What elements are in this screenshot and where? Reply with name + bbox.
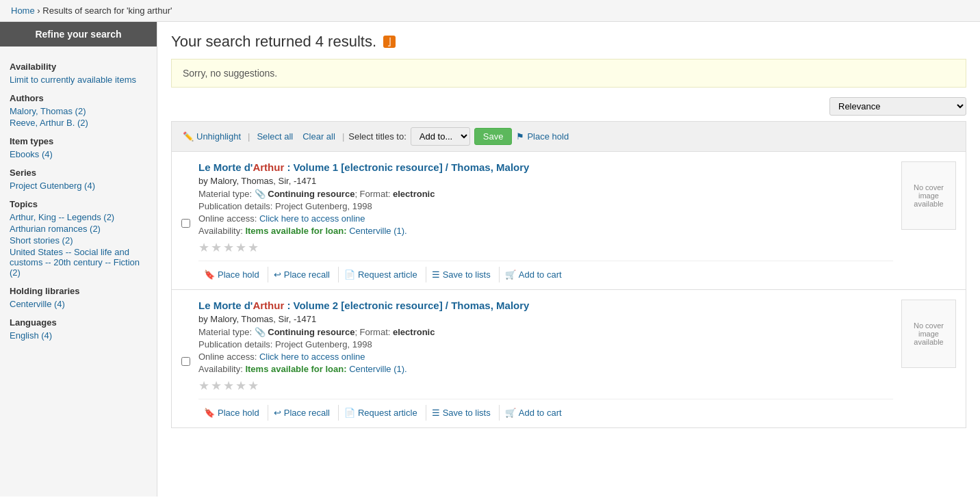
breadcrumb-home-link[interactable]: Home [11, 5, 35, 16]
select-all-button[interactable]: Select all [254, 130, 296, 143]
result-availability-1: Availability: Items available for loan: … [198, 226, 893, 236]
page-title: Your search returned 4 results. [171, 33, 376, 51]
result-online-access-2: Online access: Click here to access onli… [198, 352, 893, 362]
sidebar-link-project-gutenberg[interactable]: Project Gutenberg (4) [10, 181, 147, 191]
result-checkbox-2[interactable] [181, 302, 190, 421]
result-stars-1: ★ ★ ★ ★ ★ [198, 240, 893, 255]
add-to-select[interactable]: Add to... [411, 127, 470, 146]
sidebar-section-label: Item types [10, 136, 147, 146]
sidebar-link-arthurian-romances[interactable]: Arthurian romances (2) [10, 224, 147, 234]
sidebar-link-centerville[interactable]: Centerville (4) [10, 299, 147, 309]
sidebar-section-holding-libraries: Holding libraries Centerville (4) [10, 286, 147, 309]
sidebar-link-short-stories[interactable]: Short stories (2) [10, 235, 147, 246]
add-to-cart-btn-2[interactable]: 🛒 Add to cart [500, 405, 570, 421]
sidebar-section-item-types: Item types Ebooks (4) [10, 136, 147, 159]
online-access-link-2[interactable]: Click here to access online [259, 352, 365, 362]
request-article-btn-1[interactable]: 📄 Request article [339, 267, 426, 282]
result-material-type-1: Material type: 📎 Continuing resource; Fo… [198, 189, 893, 199]
request-article-btn-2[interactable]: 📄 Request article [339, 405, 426, 421]
bookmark-icon: 🔖 [204, 269, 215, 280]
result-actions-1: 🔖 Place hold ↩ Place recall 📄 Request ar… [198, 261, 893, 282]
place-recall-btn-1[interactable]: ↩ Place recall [268, 267, 339, 282]
sidebar-body: Availability Limit to currently availabl… [0, 47, 157, 349]
star-1-1[interactable]: ★ [198, 240, 209, 255]
star-1-4[interactable]: ★ [235, 240, 246, 255]
flag-icon: ⚑ [516, 131, 524, 142]
breadcrumb-separator: › [37, 5, 40, 16]
result-author-2: by Malory, Thomas, Sir, -1471 [198, 314, 893, 324]
place-recall-btn-2[interactable]: ↩ Place recall [268, 405, 339, 421]
sidebar: Refine your search Availability Limit to… [0, 22, 157, 497]
sidebar-section-label: Authors [10, 93, 147, 103]
sidebar-link-ebooks[interactable]: Ebooks (4) [10, 149, 147, 159]
pencil-icon: ✏️ [183, 131, 194, 142]
unhighlight-button[interactable]: ✏️ Unhighlight [180, 130, 244, 143]
star-1-2[interactable]: ★ [211, 240, 222, 255]
result-title-2[interactable]: Le Morte d'Arthur : Volume 2 [electronic… [198, 300, 893, 311]
star-2-1[interactable]: ★ [198, 378, 209, 393]
result-publication-1: Publication details: Project Gutenberg, … [198, 201, 893, 211]
cover-placeholder-1: No cover image available [901, 161, 956, 230]
sorry-message: Sorry, no suggestions. [171, 59, 966, 88]
sidebar-section-label: Availability [10, 62, 147, 72]
result-availability-2: Availability: Items available for loan: … [198, 364, 893, 374]
breadcrumb: Home › Results of search for 'king arthu… [0, 0, 980, 22]
save-to-lists-btn-2[interactable]: ☰ Save to lists [426, 405, 500, 421]
toolbar-place-hold-button[interactable]: ⚑ Place hold [516, 131, 569, 142]
star-2-3[interactable]: ★ [223, 378, 234, 393]
save-button[interactable]: Save [474, 128, 513, 145]
sidebar-section-label: Topics [10, 199, 147, 209]
result-title-1[interactable]: Le Morte d'Arthur : Volume 1 [electronic… [198, 161, 893, 173]
cover-placeholder-2: No cover image available [901, 300, 956, 368]
article-icon: 📄 [344, 408, 355, 418]
result-online-access-1: Online access: Click here to access onli… [198, 213, 893, 224]
result-body-2: Le Morte d'Arthur : Volume 2 [electronic… [198, 300, 893, 421]
sidebar-title: Refine your search [0, 22, 157, 47]
star-1-3[interactable]: ★ [223, 240, 234, 255]
availability-location-link-1[interactable]: Centerville (1). [349, 226, 407, 236]
sort-bar: Relevance Title Author Date [171, 97, 966, 116]
result-body-1: Le Morte d'Arthur : Volume 1 [electronic… [198, 161, 893, 282]
select-titles-label: Select titles to: [348, 131, 407, 142]
content-area: Your search returned 4 results. ⎦ Sorry,… [157, 22, 980, 497]
clear-all-button[interactable]: Clear all [300, 130, 338, 143]
title-highlight-2: Arthur [253, 300, 284, 311]
list-icon: ☰ [432, 269, 440, 280]
sidebar-link-english[interactable]: English (4) [10, 330, 147, 341]
sidebar-link-arthur-king[interactable]: Arthur, King -- Legends (2) [10, 212, 147, 222]
article-icon: 📄 [344, 269, 355, 280]
title-highlight-1: Arthur [253, 161, 284, 173]
add-to-cart-btn-1[interactable]: 🛒 Add to cart [500, 267, 570, 282]
result-actions-2: 🔖 Place hold ↩ Place recall 📄 Request ar… [198, 399, 893, 421]
sort-select[interactable]: Relevance Title Author Date [829, 97, 966, 116]
sidebar-section-languages: Languages English (4) [10, 317, 147, 341]
star-2-5[interactable]: ★ [248, 378, 259, 393]
sidebar-link-malory[interactable]: Malory, Thomas (2) [10, 106, 147, 116]
result-item-2: Le Morte d'Arthur : Volume 2 [electronic… [171, 290, 966, 428]
place-hold-btn-1[interactable]: 🔖 Place hold [198, 267, 268, 282]
search-header: Your search returned 4 results. ⎦ [171, 33, 966, 51]
sidebar-section-authors: Authors Malory, Thomas (2) Reeve, Arthur… [10, 93, 147, 128]
sidebar-link-availability[interactable]: Limit to currently available items [10, 75, 147, 85]
sidebar-link-us-social[interactable]: United States -- Social life and customs… [10, 247, 147, 278]
breadcrumb-current: Results of search for 'king arthur' [42, 5, 172, 16]
result-publication-2: Publication details: Project Gutenberg, … [198, 339, 893, 349]
place-hold-btn-2[interactable]: 🔖 Place hold [198, 405, 268, 421]
result-author-1: by Malory, Thomas, Sir, -1471 [198, 176, 893, 186]
star-2-2[interactable]: ★ [211, 378, 222, 393]
rss-icon[interactable]: ⎦ [383, 36, 396, 48]
list-icon: ☰ [432, 408, 440, 418]
result-checkbox-1[interactable] [181, 164, 190, 282]
cart-icon: 🛒 [505, 269, 516, 280]
sidebar-section-label: Series [10, 168, 147, 178]
recall-icon: ↩ [274, 269, 281, 280]
sidebar-link-reeve[interactable]: Reeve, Arthur B. (2) [10, 118, 147, 128]
online-access-link-1[interactable]: Click here to access online [259, 213, 365, 224]
sidebar-section-availability: Availability Limit to currently availabl… [10, 62, 147, 85]
availability-location-link-2[interactable]: Centerville (1). [349, 364, 407, 374]
toolbar: ✏️ Unhighlight | Select all Clear all | … [171, 121, 966, 152]
star-2-4[interactable]: ★ [235, 378, 246, 393]
star-1-5[interactable]: ★ [248, 240, 259, 255]
save-to-lists-btn-1[interactable]: ☰ Save to lists [426, 267, 500, 282]
sidebar-section-series: Series Project Gutenberg (4) [10, 168, 147, 191]
